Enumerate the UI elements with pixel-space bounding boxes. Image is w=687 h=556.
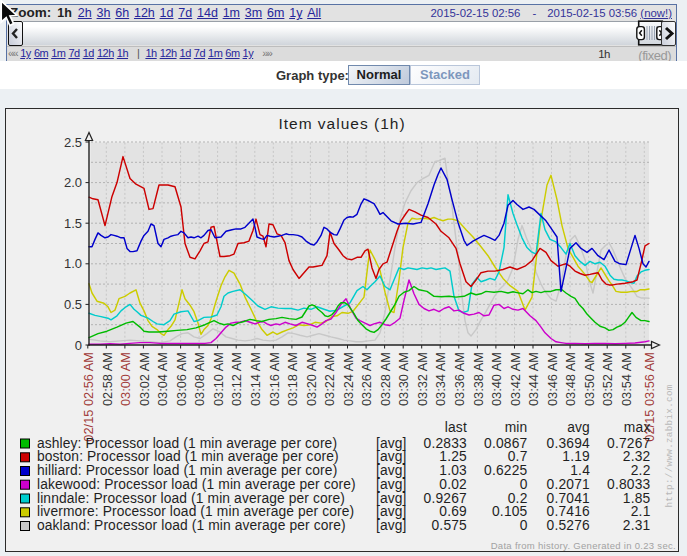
svg-text:03:28 AM: 03:28 AM [378, 352, 393, 406]
svg-text:03:40 AM: 03:40 AM [489, 352, 504, 406]
svg-text:02:58 AM: 02:58 AM [100, 352, 115, 406]
svg-text:0.9267: 0.9267 [424, 491, 467, 506]
svg-text:03:32 AM: 03:32 AM [415, 352, 430, 406]
svg-text:03:02 AM: 03:02 AM [137, 352, 152, 406]
svg-text:Item values (1h): Item values (1h) [278, 115, 405, 132]
svg-text:03:08 AM: 03:08 AM [192, 352, 207, 406]
svg-text:avg: avg [567, 420, 590, 435]
svg-text:03:26 AM: 03:26 AM [359, 352, 374, 406]
svg-text:03:22 AM: 03:22 AM [322, 352, 337, 406]
svg-text:2.2: 2.2 [631, 463, 651, 478]
svg-text:linndale: Processor load (1 mi: linndale: Processor load (1 min average … [37, 491, 345, 506]
svg-text:0: 0 [75, 338, 82, 353]
svg-text:2.0: 2.0 [64, 175, 82, 190]
svg-text:2.31: 2.31 [623, 518, 651, 533]
svg-text:0.6225: 0.6225 [484, 463, 528, 478]
svg-text:0.2833: 0.2833 [424, 436, 468, 451]
svg-text:1.03: 1.03 [439, 463, 467, 478]
svg-text:1.0: 1.0 [64, 256, 82, 271]
svg-text:0.2: 0.2 [508, 491, 528, 506]
svg-text:03:52 AM: 03:52 AM [600, 352, 615, 406]
svg-text:Data from history. Generated i: Data from history. Generated in 0.23 sec… [491, 540, 676, 551]
svg-text:oakland: Processor load (1 min: oakland: Processor load (1 min average p… [37, 518, 346, 533]
svg-text:03:12 AM: 03:12 AM [229, 352, 244, 406]
svg-text:03:18 AM: 03:18 AM [285, 352, 300, 406]
svg-text:02/15 02:56 AM: 02/15 02:56 AM [81, 352, 96, 442]
svg-text:[avg]: [avg] [376, 491, 407, 506]
svg-text:03:16 AM: 03:16 AM [267, 352, 282, 406]
svg-text:0.5276: 0.5276 [547, 518, 591, 533]
svg-text:min: min [505, 420, 528, 435]
svg-text:hilliard: Processor load (1 mi: hilliard: Processor load (1 min average … [37, 463, 337, 478]
svg-text:03:30 AM: 03:30 AM [396, 352, 411, 406]
svg-text:03:34 AM: 03:34 AM [433, 352, 448, 406]
svg-text:http://www.zabbix.com: http://www.zabbix.com [664, 384, 675, 507]
svg-text:[avg]: [avg] [376, 518, 407, 533]
svg-text:03:10 AM: 03:10 AM [211, 352, 226, 406]
svg-text:03:38 AM: 03:38 AM [471, 352, 486, 406]
svg-text:max: max [624, 420, 651, 435]
svg-text:2.5: 2.5 [64, 135, 82, 150]
svg-text:03:14 AM: 03:14 AM [248, 352, 263, 406]
svg-text:03:48 AM: 03:48 AM [563, 352, 578, 406]
svg-text:[avg]: [avg] [376, 463, 407, 478]
svg-text:03:20 AM: 03:20 AM [304, 352, 319, 406]
svg-text:03:36 AM: 03:36 AM [452, 352, 467, 406]
svg-text:03:42 AM: 03:42 AM [508, 352, 523, 406]
svg-text:03:06 AM: 03:06 AM [174, 352, 189, 406]
svg-text:03:50 AM: 03:50 AM [582, 352, 597, 406]
svg-text:1.4: 1.4 [570, 463, 590, 478]
svg-text:last: last [445, 420, 467, 435]
svg-text:0.5: 0.5 [64, 297, 82, 312]
svg-text:03:24 AM: 03:24 AM [341, 352, 356, 406]
svg-text:03:44 AM: 03:44 AM [526, 352, 541, 406]
svg-text:0.7267: 0.7267 [607, 436, 650, 451]
svg-text:0.0867: 0.0867 [484, 436, 527, 451]
svg-text:0.7041: 0.7041 [547, 491, 590, 506]
svg-text:0.575: 0.575 [431, 518, 467, 533]
svg-text:1.5: 1.5 [64, 216, 82, 231]
svg-text:03:04 AM: 03:04 AM [155, 352, 170, 406]
svg-text:03:00 AM: 03:00 AM [118, 352, 133, 406]
svg-text:[avg]: [avg] [376, 436, 407, 451]
svg-text:ashley: Processor load (1 min: ashley: Processor load (1 min average pe… [37, 436, 337, 451]
svg-text:1.85: 1.85 [623, 491, 651, 506]
svg-text:0: 0 [520, 518, 528, 533]
svg-text:03:54 AM: 03:54 AM [619, 352, 634, 406]
svg-text:03:46 AM: 03:46 AM [545, 352, 560, 406]
svg-text:0.3694: 0.3694 [547, 436, 591, 451]
